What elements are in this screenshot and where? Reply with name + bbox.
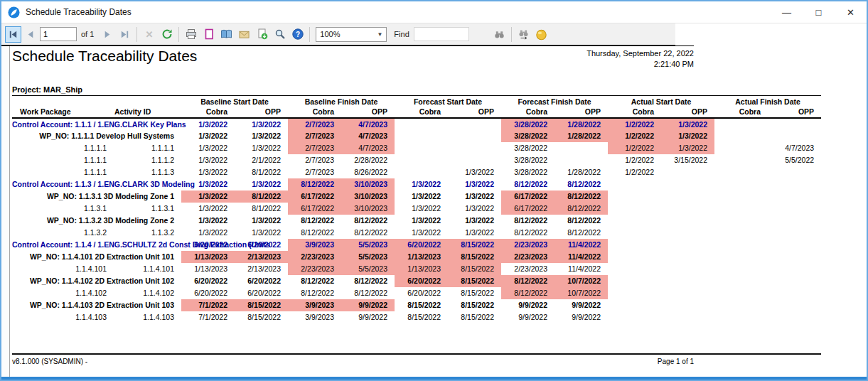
work-package-cell: 1.1.1.1 bbox=[12, 166, 114, 178]
date-cell: 3/9/2023 bbox=[288, 299, 341, 311]
date-cell: 11/4/2022 bbox=[554, 263, 608, 275]
date-cell: 5/5/2023 bbox=[341, 251, 395, 263]
zoom-button[interactable] bbox=[272, 26, 288, 43]
date-cell bbox=[768, 311, 821, 323]
work-package-cell: WP_NO: 1.1.3.1 3D Modeling Zone 1 bbox=[12, 190, 181, 203]
date-cell: 4/7/2023 bbox=[341, 118, 395, 130]
last-page-icon bbox=[119, 29, 130, 40]
viewer-toolbar: of 1 ✕ ? bbox=[1, 23, 867, 45]
cancel-button[interactable]: ✕ bbox=[141, 26, 157, 43]
window-controls: — □ ✕ bbox=[771, 1, 867, 23]
date-cell: 9/9/2022 bbox=[341, 299, 395, 311]
date-cell bbox=[714, 215, 768, 227]
maximize-button[interactable]: □ bbox=[803, 1, 835, 23]
date-cell: 8/12/2022 bbox=[554, 215, 608, 227]
help-button[interactable]: ? bbox=[289, 26, 306, 43]
date-cell bbox=[714, 142, 768, 154]
date-cell bbox=[768, 130, 821, 142]
highlight-button[interactable] bbox=[533, 26, 550, 43]
date-cell: 1/3/2022 bbox=[181, 118, 235, 130]
last-page-button[interactable] bbox=[117, 26, 133, 43]
date-cell bbox=[714, 203, 768, 215]
date-cell: 1/3/2022 bbox=[181, 166, 235, 178]
export-button[interactable] bbox=[254, 26, 270, 43]
date-cell: 8/15/2022 bbox=[235, 311, 288, 323]
date-cell: 2/23/2023 bbox=[288, 251, 341, 263]
date-cell: 8/12/2022 bbox=[501, 275, 554, 287]
date-cell bbox=[554, 142, 608, 154]
find-next-button[interactable] bbox=[515, 26, 532, 43]
header-cobra: Cobra bbox=[501, 107, 554, 118]
first-page-icon bbox=[8, 29, 18, 40]
header-activity-id: Activity ID bbox=[114, 107, 181, 118]
binoculars-icon bbox=[493, 29, 505, 40]
group-tree-button[interactable] bbox=[218, 26, 235, 43]
date-cell: 1/3/2022 bbox=[235, 118, 288, 130]
refresh-button[interactable] bbox=[159, 26, 175, 43]
date-cell bbox=[608, 239, 661, 251]
window-bottom-border bbox=[1, 377, 867, 380]
toolbar-separator bbox=[511, 27, 512, 42]
date-cell: 3/15/2022 bbox=[661, 154, 714, 166]
date-cell: 8/15/2022 bbox=[448, 263, 501, 275]
table-row: WP_NO: 1.1.3.1 3D Modeling Zone 11/3/202… bbox=[12, 190, 821, 203]
date-cell bbox=[768, 287, 821, 299]
date-cell: 1/3/2022 bbox=[235, 215, 288, 227]
page-number-input[interactable] bbox=[40, 27, 77, 41]
activity-id-cell: 1.1.1.2 bbox=[114, 154, 181, 166]
date-cell: 2/7/2023 bbox=[288, 130, 341, 142]
find-button[interactable] bbox=[491, 26, 508, 43]
date-cell bbox=[714, 311, 768, 323]
table-header: Baseline Start Date Baseline Finish Date… bbox=[12, 96, 821, 118]
date-cell: 6/17/2022 bbox=[288, 190, 341, 203]
date-cell: 1/3/2022 bbox=[235, 130, 288, 142]
zoom-select[interactable]: 100% ▼ bbox=[316, 27, 387, 42]
date-cell bbox=[714, 130, 768, 142]
date-cell: 11/4/2022 bbox=[554, 251, 608, 263]
date-cell bbox=[608, 263, 661, 275]
report-table-body: Control Account: 1.1.1 / 1.ENG.CLARK Key… bbox=[12, 118, 821, 323]
date-cell: 1/3/2022 bbox=[395, 190, 448, 203]
date-cell: 8/1/2022 bbox=[235, 166, 288, 178]
header-group: Forecast Finish Date bbox=[501, 96, 608, 107]
work-package-cell: WP_NO: 1.1.1.1 Develop Hull Systems bbox=[12, 130, 181, 142]
print-button[interactable] bbox=[183, 26, 199, 43]
date-cell: 6/17/2022 bbox=[501, 203, 554, 215]
date-cell: 8/15/2022 bbox=[448, 287, 501, 299]
date-cell: 1/3/2022 bbox=[181, 130, 235, 142]
header-opp: OPP bbox=[235, 107, 288, 118]
activity-id-cell: 1.1.4.101 bbox=[114, 263, 181, 275]
date-cell: 6/20/2022 bbox=[181, 275, 235, 287]
date-cell: 1/3/2022 bbox=[661, 130, 714, 142]
footer-page-count: Page 1 of 1 bbox=[658, 358, 694, 365]
work-package-cell: 1.1.4.101 bbox=[12, 263, 114, 275]
report-time: 2:21:40 PM bbox=[500, 59, 694, 70]
find-input[interactable] bbox=[414, 27, 469, 41]
date-cell bbox=[768, 118, 821, 130]
date-cell: 6/20/2022 bbox=[395, 275, 448, 287]
date-cell: 1/28/2022 bbox=[554, 118, 608, 130]
minimize-button[interactable]: — bbox=[771, 1, 803, 23]
next-page-button[interactable] bbox=[99, 26, 115, 43]
title-bar: Schedule Traceability Dates — □ ✕ bbox=[1, 1, 867, 23]
date-cell: 1/28/2022 bbox=[554, 130, 608, 142]
date-cell bbox=[714, 263, 768, 275]
work-package-cell: WP_NO: 1.1.4.101 2D Extraction Unit 101 bbox=[12, 251, 181, 263]
page-setup-button[interactable] bbox=[200, 26, 217, 43]
first-page-button[interactable] bbox=[5, 26, 21, 43]
group-tree-splitter[interactable] bbox=[1, 45, 10, 380]
close-button[interactable]: ✕ bbox=[835, 1, 867, 23]
date-cell: 1/3/2022 bbox=[181, 190, 235, 203]
table-row: 1.1.1.11.1.1.21/3/20222/1/20222/7/20232/… bbox=[12, 154, 821, 166]
date-cell: 8/15/2022 bbox=[235, 299, 288, 311]
report-footer: v8.1.000 (SYSADMIN) - Page 1 of 1 bbox=[12, 353, 821, 365]
previous-page-button[interactable] bbox=[23, 26, 39, 43]
header-opp: OPP bbox=[341, 107, 395, 118]
date-cell: 8/12/2022 bbox=[554, 227, 608, 239]
email-button[interactable] bbox=[236, 26, 252, 43]
date-cell bbox=[661, 203, 714, 215]
date-cell bbox=[661, 166, 714, 178]
date-cell: 6/20/2022 bbox=[235, 287, 288, 299]
date-cell: 9/9/2022 bbox=[501, 311, 554, 323]
date-cell bbox=[661, 215, 714, 227]
